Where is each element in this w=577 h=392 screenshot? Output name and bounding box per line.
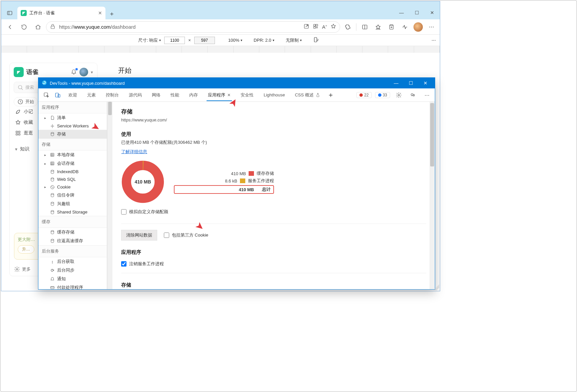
avatar[interactable] xyxy=(79,68,88,76)
storage-heading: 存储 xyxy=(121,108,426,115)
info-badge[interactable]: 33 xyxy=(375,92,390,98)
add-tab-button[interactable]: ＋ xyxy=(325,90,336,100)
svg-point-24 xyxy=(51,132,54,134)
group-storage: 存储 xyxy=(38,138,107,150)
tree-notifications[interactable]: 通知 xyxy=(38,275,107,283)
favorites-icon[interactable] xyxy=(372,21,384,33)
feedback-icon[interactable] xyxy=(407,90,418,100)
bell-icon[interactable] xyxy=(71,69,77,76)
tree-cookies[interactable]: ▸Cookie xyxy=(38,183,107,191)
sidebar-more[interactable]: 更多 xyxy=(14,266,31,272)
new-tab-button[interactable]: ＋ xyxy=(105,8,118,19)
performance-icon[interactable] xyxy=(399,21,410,33)
tab-elements[interactable]: 元素 xyxy=(82,89,100,101)
resize-grip-icon[interactable] xyxy=(433,284,439,290)
devtools-minimize-icon[interactable]: — xyxy=(390,78,402,88)
profile-button[interactable] xyxy=(412,21,424,33)
devtools-close-icon[interactable]: ✕ xyxy=(419,78,431,88)
sidebar-scrollbar[interactable] xyxy=(107,102,112,289)
settings-icon[interactable] xyxy=(393,90,404,100)
rotate-icon[interactable] xyxy=(313,37,319,44)
tree-payment[interactable]: 付款处理程序 xyxy=(38,283,107,289)
tab-memory[interactable]: 内存 xyxy=(185,89,203,101)
tree-trust-tokens[interactable]: 信任令牌 xyxy=(38,191,107,200)
window-maximize-icon[interactable]: ☐ xyxy=(409,6,424,19)
tree-shared-storage[interactable]: Shared Storage xyxy=(38,208,107,216)
device-toggle-icon[interactable] xyxy=(52,90,63,100)
main-scrollbar[interactable] xyxy=(429,102,435,289)
devtools-window: DevTools - www.yuque.com/dashboard — ☐ ✕… xyxy=(38,77,435,290)
tab-close-icon[interactable]: ✕ xyxy=(98,10,102,16)
apps-icon[interactable] xyxy=(313,23,319,30)
database-icon xyxy=(50,239,55,243)
tab-security[interactable]: 安全性 xyxy=(236,89,258,101)
tab-css-overview[interactable]: CSS 概述 xyxy=(290,89,325,101)
unregister-sw-checkbox[interactable]: 注销服务工作进程 xyxy=(121,261,426,267)
more-icon[interactable]: ⋯ xyxy=(426,21,437,33)
app-section-heading: 应用程序 xyxy=(121,249,426,256)
tree-websql[interactable]: Web SQL xyxy=(38,175,107,183)
tab-welcome[interactable]: 欢迎 xyxy=(64,89,82,101)
scroll-thumb[interactable] xyxy=(430,103,434,166)
promo-button[interactable]: 升… xyxy=(18,245,34,254)
tree-bg-sync[interactable]: ⟳后台同步 xyxy=(38,266,107,275)
tab-console[interactable]: 控制台 xyxy=(101,89,123,101)
error-badge[interactable]: 22 xyxy=(356,92,371,98)
tab-close-icon[interactable]: ✕ xyxy=(227,93,231,97)
home-button[interactable] xyxy=(32,21,44,33)
width-input[interactable] xyxy=(164,37,185,44)
dpr-dropdown[interactable]: DPR: 2.0 xyxy=(254,38,274,43)
reader-icon[interactable]: A» xyxy=(322,24,327,30)
extensions-icon[interactable] xyxy=(342,21,353,33)
svg-point-21 xyxy=(411,93,413,95)
tab-lighthouse[interactable]: Lighthouse xyxy=(259,90,290,100)
sidebar-item-start[interactable]: 开始 xyxy=(14,97,38,106)
collections-icon[interactable] xyxy=(386,21,397,33)
inspect-icon[interactable] xyxy=(41,90,52,100)
database-icon xyxy=(50,230,55,235)
favorite-icon[interactable] xyxy=(330,23,336,30)
tab-performance[interactable]: 性能 xyxy=(166,89,184,101)
browser-tab[interactable]: ◤ 工作台 · 语雀 ✕ xyxy=(17,7,105,19)
tree-bg-fetch[interactable]: ↕后台获取 xyxy=(38,257,107,266)
legend-total: 410 MB 总计 xyxy=(174,185,274,194)
third-party-cookie-checkbox[interactable]: 包括第三方 Cookie xyxy=(164,232,208,238)
simulate-quota-checkbox[interactable]: 模拟自定义存储配额 xyxy=(121,209,426,215)
devtools-title: DevTools - www.yuque.com/dashboard xyxy=(50,81,125,86)
tree-manifest[interactable]: ▸ 清单 xyxy=(38,113,107,122)
url-field[interactable]: https://www.yuque.com/dashboard A» xyxy=(46,21,340,33)
chevron-down-icon[interactable]: ▾ xyxy=(91,70,93,75)
learn-more-link[interactable]: 了解详细信息 xyxy=(121,149,147,155)
window-close-icon[interactable]: ✕ xyxy=(424,6,440,19)
tree-bfcache[interactable]: 往返高速缓存 xyxy=(38,237,107,245)
devtools-titlebar[interactable]: DevTools - www.yuque.com/dashboard — ☐ ✕ xyxy=(38,78,435,88)
devtools-more-icon[interactable]: ⋯ xyxy=(421,90,432,100)
svg-point-35 xyxy=(51,231,54,232)
tab-network[interactable]: 网络 xyxy=(147,89,165,101)
zoom-dropdown[interactable]: 100% xyxy=(228,38,242,43)
back-button[interactable] xyxy=(4,21,16,33)
tree-indexeddb[interactable]: IndexedDB xyxy=(38,168,107,175)
clear-site-data-button[interactable]: 清除网站数据 xyxy=(121,230,157,241)
height-input[interactable] xyxy=(194,37,215,44)
card-icon xyxy=(50,285,55,289)
split-screen-icon[interactable] xyxy=(359,21,370,33)
tab-sources[interactable]: 源代码 xyxy=(124,89,147,101)
tree-storage[interactable]: 存储 xyxy=(38,130,107,138)
window-minimize-icon[interactable]: — xyxy=(394,6,409,19)
scroll-thumb[interactable] xyxy=(108,102,112,115)
tree-session-storage[interactable]: ▸会话存储 xyxy=(38,159,107,168)
devbar-more-icon[interactable]: ⋯ xyxy=(431,38,436,43)
tab-application[interactable]: 应用程序✕ xyxy=(203,89,235,101)
tree-service-workers[interactable]: Service Workers xyxy=(38,122,107,130)
devtools-maximize-icon[interactable]: ☐ xyxy=(405,78,417,88)
responsive-dropdown[interactable]: 尺寸: 响应 xyxy=(138,37,161,43)
tree-cache-storage[interactable]: 缓存存储 xyxy=(38,228,107,237)
throttle-dropdown[interactable]: 无限制 xyxy=(286,37,302,43)
open-external-icon[interactable] xyxy=(303,23,309,30)
tree-interest-groups[interactable]: 兴趣组 xyxy=(38,200,107,208)
refresh-button[interactable] xyxy=(18,21,30,33)
tree-local-storage[interactable]: ▸本地存储 xyxy=(38,150,107,159)
file-icon xyxy=(50,115,55,120)
tab-actions-icon[interactable] xyxy=(3,7,16,19)
